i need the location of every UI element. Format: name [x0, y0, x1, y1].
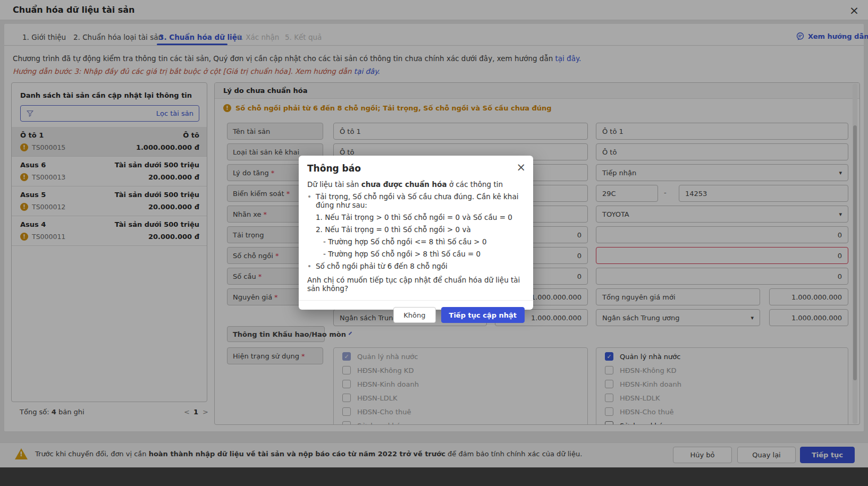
modal-bullet-1: •Tải trọng, Số chỗ ngồi và Số cầu chưa đ… [307, 192, 525, 209]
modal-rule-1: 1. Nếu Tải trọng > 0 thì Số chỗ ngồi = 0… [307, 213, 525, 221]
modal-rule-2: 2. Nếu Tải trọng = 0 thì Số chỗ ngồi > 0… [307, 225, 525, 234]
bullet-dot: • [307, 262, 311, 270]
modal-intro-suffix: ở các thông tin [447, 180, 503, 189]
modal-intro: Dữ liệu tài sản chưa được chuẩn hóa ở cá… [307, 180, 525, 189]
modal-rule-2a: - Trường hợp Số chỗ ngồi <= 8 thì Số cầu… [307, 237, 525, 246]
modal-title: Thông báo [307, 163, 525, 174]
modal-bullet-2: •Số chỗ ngồi phải từ 6 đến 8 chỗ ngồi [307, 262, 525, 270]
modal-no-button[interactable]: Không [393, 307, 435, 323]
standardize-asset-screen: Chuẩn hóa dữ liệu tài sản × 1. Giới thiệ… [0, 0, 868, 486]
modal-rule-2b: - Trường hợp Số chỗ ngồi > 8 thì Số cầu … [307, 250, 525, 258]
modal-intro-bold: chưa được chuẩn hóa [361, 180, 447, 189]
modal-continue-update-button[interactable]: Tiếp tục cập nhật [441, 307, 525, 323]
bullet-text: Số chỗ ngồi phải từ 6 đến 8 chỗ ngồi [316, 262, 448, 270]
modal-footer: Không Tiếp tục cập nhật [299, 300, 533, 323]
bullet-text: Tải trọng, Số chỗ ngồi và Số cầu chưa đú… [316, 192, 525, 209]
modal-close-icon[interactable]: × [516, 162, 526, 173]
notification-modal: Thông báo × Dữ liệu tài sản chưa được ch… [299, 156, 533, 310]
modal-question: Anh chị có muốn tiếp tục cập nhật để chu… [307, 276, 525, 293]
modal-intro-prefix: Dữ liệu tài sản [307, 180, 361, 189]
bullet-dot: • [307, 192, 311, 209]
